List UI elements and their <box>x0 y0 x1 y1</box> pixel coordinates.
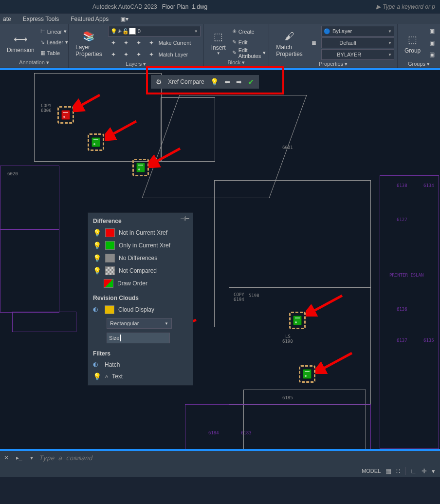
layer-tool-5[interactable]: ✦ <box>108 49 119 60</box>
pin-icon[interactable]: ⊣⊢ <box>180 216 190 222</box>
model-button[interactable]: MODEL <box>362 468 381 474</box>
change-marker-green[interactable] <box>132 159 149 176</box>
dropdown-icon[interactable]: ▾ <box>432 467 435 475</box>
room-label: PRINTER ISLAN <box>389 273 423 278</box>
room-label: COPY <box>234 292 244 297</box>
insert-button[interactable]: ⬚ Insert▼ <box>207 27 230 57</box>
bulb-icon[interactable]: 💡 <box>93 267 101 275</box>
difference-header: Difference <box>88 213 193 226</box>
group-tool-1[interactable]: ▣ <box>426 26 437 37</box>
change-marker-green[interactable] <box>299 365 315 383</box>
linear-icon: ⊢ <box>40 28 45 35</box>
arrow-annotation <box>105 119 139 141</box>
svg-line-1 <box>110 121 136 136</box>
layer-dropdown[interactable]: 💡☀🔓 0▼ <box>108 26 201 37</box>
panel-block-label[interactable]: Block ▾ <box>207 58 266 66</box>
edit-attributes-button[interactable]: ✎Edit Attributes ▾ <box>232 48 266 58</box>
layer-tool-3[interactable]: ✦ <box>133 37 144 48</box>
room-num: 6138 <box>397 183 407 188</box>
bulb-icon[interactable]: 💡 <box>93 242 101 249</box>
dimension-button[interactable]: ⟷ Dimension <box>3 29 38 56</box>
room-num: 6001 <box>282 145 293 150</box>
match-properties-button[interactable]: 🖌 Match Properties <box>272 26 307 59</box>
panel-annotation-label[interactable]: Annotation ▾ <box>3 58 65 66</box>
snap-icon[interactable]: ∷ <box>396 467 400 475</box>
room-num: 6006 <box>41 108 52 113</box>
layer-tool-2[interactable]: ✦ <box>121 37 131 48</box>
bulb-icon[interactable]: 💡 <box>93 254 101 262</box>
cloud-toggle-icon[interactable]: ◐ <box>93 306 101 314</box>
bulb-icon[interactable]: 💡 <box>93 229 101 237</box>
lineweight-dropdown[interactable]: Default▼ <box>321 37 394 48</box>
group-button[interactable]: ⬚ Group <box>401 30 424 56</box>
swatch-red[interactable] <box>105 228 115 237</box>
diff-no-differences: No Differences <box>119 255 157 261</box>
grid-icon[interactable]: ▦ <box>385 467 391 475</box>
command-input[interactable] <box>38 454 283 462</box>
match-layer-button[interactable]: Match Layer <box>159 50 188 59</box>
color-wheel-icon: 🔵 <box>324 28 330 35</box>
swatch-green[interactable] <box>105 241 115 250</box>
panel-properties-label[interactable]: Properties ▾ <box>272 60 394 67</box>
change-marker-red[interactable] <box>57 106 74 124</box>
color-dropdown[interactable]: 🔵ByLayer▼ <box>321 26 394 37</box>
room-num: 6183 <box>241 430 252 435</box>
change-marker-green[interactable] <box>289 312 306 329</box>
arrow-annotation <box>73 93 102 112</box>
make-current-button[interactable]: Make Current <box>159 38 191 48</box>
table-button[interactable]: ▦Table <box>40 48 68 58</box>
cmd-prompt-icon[interactable]: ▸_ <box>13 454 25 461</box>
room-num: 6127 <box>397 217 407 222</box>
room-num: 6190 <box>282 339 293 344</box>
diff-not-compared: Not Compared <box>119 267 157 274</box>
revision-clouds-header: Revision Clouds <box>88 290 193 303</box>
diff-draw-order: Draw Order <box>117 280 147 287</box>
layer-tool-8[interactable]: ✦ <box>146 49 157 60</box>
close-cmdline-icon[interactable]: ✕ <box>0 454 13 461</box>
swatch-yellow[interactable] <box>105 305 114 314</box>
group-tool-2[interactable]: ▣ <box>426 37 437 48</box>
filters-header: Filters <box>88 345 193 359</box>
arrow-annotation <box>315 351 354 374</box>
change-marker-green[interactable] <box>88 133 104 151</box>
dimension-icon: ⟷ <box>13 31 28 47</box>
prop-list-icon[interactable]: ≣ <box>309 37 319 48</box>
cloud-shape-dropdown[interactable]: Rectangular▼ <box>107 318 172 329</box>
swatch-gray[interactable] <box>105 254 115 262</box>
diff-only-in-current: Only in Current Xref <box>119 242 170 249</box>
cmd-history-icon[interactable]: ▾ <box>25 454 38 461</box>
search-placeholder[interactable]: ▶Type a keyword or p <box>376 3 435 10</box>
xref-settings-panel: ⊣⊢ Difference 💡Not in Current Xref 💡Only… <box>88 212 193 386</box>
cloud-size-input[interactable]: Size <box>107 333 170 343</box>
bulb-icon[interactable]: 💡 <box>93 373 101 380</box>
room-num: 6184 <box>208 430 219 435</box>
ortho-icon[interactable]: ∟ <box>410 467 417 475</box>
edit-block-button[interactable]: ✎Edit <box>232 37 266 47</box>
swatch-draworder[interactable] <box>104 279 113 288</box>
tab-extra-icon[interactable]: ▣▾ <box>120 16 128 22</box>
table-icon: ▦ <box>40 50 45 56</box>
room-num: 6137 <box>397 338 407 343</box>
tab-featured-apps[interactable]: Featured Apps <box>71 16 109 22</box>
polar-icon[interactable]: ✛ <box>422 467 427 475</box>
group-tool-3[interactable]: ▣ <box>426 49 437 60</box>
layer-tool-7[interactable]: ✦ <box>133 49 144 60</box>
file-name: Floor Plan_1.dwg <box>162 3 207 10</box>
tab-express-tools[interactable]: Express Tools <box>23 16 59 22</box>
leader-button[interactable]: ↘Leader ▾ <box>40 37 68 47</box>
room-label: COPY <box>41 103 52 108</box>
linear-button[interactable]: ⊢Linear ▾ <box>40 27 68 37</box>
app-title: Autodesk AutoCAD 2023 <box>92 3 157 10</box>
layer-properties-button[interactable]: 📚 Layer Properties <box>72 26 106 59</box>
create-block-button[interactable]: ✳Create <box>232 27 266 37</box>
swatch-checker[interactable] <box>105 266 115 275</box>
hatch-toggle-icon[interactable]: ◐ <box>93 361 101 369</box>
tab-annotate[interactable]: ate <box>3 16 11 22</box>
linetype-dropdown[interactable]: BYLAYER▼ <box>321 49 394 60</box>
layer-tool-4[interactable]: ✦ <box>146 37 157 48</box>
panel-groups-label[interactable]: Groups ▾ <box>401 60 437 67</box>
cloud-display-label: Cloud Display <box>118 306 154 313</box>
filter-hatch: Hatch <box>105 361 120 368</box>
layer-tool-6[interactable]: ✦ <box>121 49 131 60</box>
layer-tool-1[interactable]: ✦ <box>108 37 119 48</box>
